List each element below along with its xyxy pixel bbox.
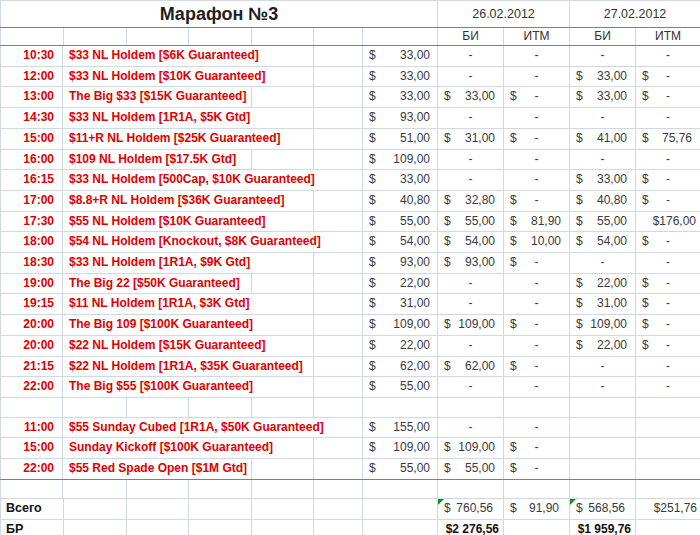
- result-cell: $-: [636, 66, 700, 87]
- col-header: БИ: [438, 28, 504, 46]
- tournament-name: $11 NL Holdem [1R1A, $3K Gtd]: [63, 294, 254, 314]
- currency-symbol: $: [369, 274, 376, 294]
- gridline: [313, 438, 314, 458]
- buyin-cell: $33,00: [363, 46, 438, 67]
- name-cell: $11 NL Holdem [1R1A, $3K Gtd]: [63, 294, 363, 315]
- currency-symbol: $: [510, 87, 517, 107]
- tournament-name: $22 NL Holdem [$15K Guaranteed]: [63, 336, 270, 356]
- gridline: [126, 398, 127, 417]
- result-cell: [438, 479, 504, 499]
- date-header: 26.02.2012: [438, 1, 570, 28]
- currency-symbol: $: [642, 336, 649, 356]
- currency-symbol: $: [369, 357, 376, 377]
- dash: -: [438, 67, 503, 87]
- dash: -: [504, 418, 569, 438]
- gridline: [188, 480, 189, 499]
- buyin-cell: $93,00: [363, 253, 438, 274]
- dash: -: [504, 150, 569, 170]
- time-cell: 10:30: [1, 46, 63, 67]
- result-cell: -: [504, 46, 570, 67]
- result-cell: [504, 479, 570, 499]
- currency-symbol: $: [444, 191, 451, 211]
- time-cell: 17:00: [1, 190, 63, 211]
- name-cell: $55 Sunday Cubed [1R1A, $50K Guaranteed]: [63, 417, 363, 438]
- summary-value-cell: [636, 520, 700, 535]
- tournament-row: 21:15$22 NL Holdem [1R1A, $35K Guarantee…: [1, 356, 700, 377]
- name-cell: $11+R NL Holdem [$25K Guaranteed]: [63, 128, 363, 149]
- result-cell: $-: [504, 438, 570, 459]
- name-cell: $8.8+R NL Holdem [$36K Guaranteed]: [63, 190, 363, 211]
- result-cell: -: [438, 335, 504, 356]
- summary-value-cell: $568,56: [570, 499, 636, 520]
- currency-symbol: $: [369, 129, 376, 149]
- summary-label: БР: [1, 520, 28, 535]
- result-cell: $33,00: [438, 87, 504, 108]
- spreadsheet: Марафон №326.02.201227.02.2012БИИТМБИИТМ…: [0, 0, 700, 535]
- result-cell: -: [570, 253, 636, 274]
- buyin-cell: $51,00: [363, 128, 438, 149]
- name-cell: The Big $55 [$100K Guaranteed]: [63, 377, 363, 398]
- currency-symbol: $: [510, 315, 517, 335]
- buyin-cell: [363, 479, 438, 499]
- result-cell: $-: [504, 190, 570, 211]
- tournament-name: $33 NL Holdem [1R1A, $9K Gtd]: [63, 253, 254, 273]
- gridline: [63, 28, 64, 45]
- dash: -: [438, 170, 503, 190]
- gridline: [313, 46, 314, 66]
- gridline: [251, 520, 252, 535]
- result-cell: $55,00: [570, 211, 636, 232]
- tournament-name: The Big 109 [$100K Guaranteed]: [63, 315, 257, 335]
- dash: -: [504, 46, 569, 66]
- amount: $176,00: [636, 212, 700, 232]
- marathon-table: Марафон №326.02.201227.02.2012БИИТМБИИТМ…: [0, 0, 700, 535]
- gridline: [313, 398, 314, 417]
- currency-symbol: $: [576, 232, 583, 252]
- buyin-cell: $22,00: [363, 273, 438, 294]
- tournament-name: $54 NL Holdem [Knockout, $8K Guaranteed]: [63, 232, 325, 252]
- result-cell: $-: [504, 253, 570, 274]
- gridline: [313, 499, 314, 519]
- gridline: [313, 87, 314, 107]
- time-cell: 16:00: [1, 149, 63, 170]
- result-cell: $-: [504, 459, 570, 480]
- currency-symbol: $: [444, 459, 451, 479]
- total-row: Всего$760,56$91,90$568,56$251,76: [1, 499, 700, 520]
- buyin-cell: $22,00: [363, 335, 438, 356]
- time-cell: 20:00: [1, 335, 63, 356]
- summary-value-cell: $1 959,76: [570, 520, 636, 535]
- buyin-cell: [363, 499, 438, 520]
- col-header: БИ: [570, 28, 636, 46]
- amount: $2 276,56: [438, 520, 503, 535]
- time-cell: 15:00: [1, 438, 63, 459]
- result-cell: $-: [636, 87, 700, 108]
- dash: -: [438, 377, 503, 397]
- currency-symbol: $: [510, 499, 517, 519]
- result-cell: $-: [636, 335, 700, 356]
- tournament-name: $8.8+R NL Holdem [$36K Guaranteed]: [63, 191, 289, 211]
- currency-symbol: $: [369, 191, 376, 211]
- result-cell: $109,00: [570, 315, 636, 336]
- name-cell: $33 NL Holdem [$6K Guaranteed]: [63, 46, 363, 67]
- dash: -: [636, 357, 700, 377]
- currency-symbol: $: [444, 129, 451, 149]
- name-cell: [63, 397, 363, 417]
- time-cell: 11:00: [1, 417, 63, 438]
- buyin-cell: $93,00: [363, 108, 438, 129]
- dash: -: [438, 336, 503, 356]
- result-cell: [636, 438, 700, 459]
- dash: -: [636, 377, 700, 397]
- result-cell: $33,00: [570, 66, 636, 87]
- time-cell: 22:00: [1, 377, 63, 398]
- result-cell: -: [438, 170, 504, 191]
- result-cell: -: [570, 377, 636, 398]
- result-cell: $109,00: [438, 438, 504, 459]
- currency-symbol: $: [642, 274, 649, 294]
- result-cell: [636, 397, 700, 417]
- tournament-row: 22:00The Big $55 [$100K Guaranteed]$55,0…: [1, 377, 700, 398]
- empty-row: [1, 479, 700, 499]
- tournament-name: The Big $55 [$100K Guaranteed]: [63, 377, 257, 397]
- time-cell: 18:00: [1, 232, 63, 253]
- bankroll-row: БР$2 276,56$1 959,76: [1, 520, 700, 535]
- result-cell: -: [438, 108, 504, 129]
- result-cell: -: [504, 170, 570, 191]
